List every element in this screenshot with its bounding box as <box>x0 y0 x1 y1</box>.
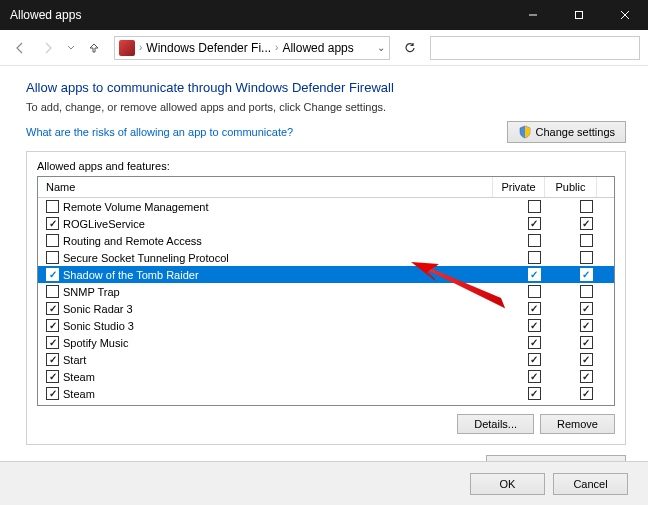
enable-checkbox[interactable] <box>46 234 59 247</box>
nav-toolbar: › Windows Defender Fi... › Allowed apps … <box>0 30 648 66</box>
private-cell <box>510 370 562 383</box>
app-name: Routing and Remote Access <box>63 235 510 247</box>
public-checkbox[interactable] <box>580 387 593 400</box>
breadcrumb-segment[interactable]: Windows Defender Fi... <box>146 41 271 55</box>
private-cell <box>510 302 562 315</box>
private-cell <box>510 336 562 349</box>
enable-checkbox[interactable] <box>46 370 59 383</box>
list-body[interactable]: Remote Volume ManagementROGLiveServiceRo… <box>38 198 614 402</box>
private-checkbox[interactable] <box>528 336 541 349</box>
details-button[interactable]: Details... <box>457 414 534 434</box>
dialog-button-bar: OK Cancel <box>0 461 648 505</box>
enable-checkbox[interactable] <box>46 268 59 281</box>
private-cell <box>510 387 562 400</box>
app-name: Shadow of the Tomb Raider <box>63 269 510 281</box>
private-checkbox[interactable] <box>528 353 541 366</box>
column-private[interactable]: Private <box>493 177 545 197</box>
refresh-button[interactable] <box>398 36 422 60</box>
table-row[interactable]: Shadow of the Tomb Raider <box>38 266 614 283</box>
public-checkbox[interactable] <box>580 336 593 349</box>
private-cell <box>510 234 562 247</box>
breadcrumb-dropdown-icon[interactable]: ⌄ <box>377 42 385 53</box>
column-name[interactable]: Name <box>38 177 493 197</box>
up-button[interactable] <box>82 36 106 60</box>
app-name: Steam <box>63 371 510 383</box>
table-row[interactable]: Steam <box>38 385 614 402</box>
public-checkbox[interactable] <box>580 268 593 281</box>
table-row[interactable]: Sonic Radar 3 <box>38 300 614 317</box>
public-cell <box>562 387 614 400</box>
chevron-right-icon: › <box>139 42 142 53</box>
minimize-button[interactable] <box>510 0 556 30</box>
private-checkbox[interactable] <box>528 370 541 383</box>
private-cell <box>510 217 562 230</box>
public-checkbox[interactable] <box>580 285 593 298</box>
private-checkbox[interactable] <box>528 234 541 247</box>
app-name: Remote Volume Management <box>63 201 510 213</box>
private-checkbox[interactable] <box>528 302 541 315</box>
risk-link[interactable]: What are the risks of allowing an app to… <box>26 126 293 138</box>
public-checkbox[interactable] <box>580 251 593 264</box>
public-checkbox[interactable] <box>580 319 593 332</box>
cancel-button[interactable]: Cancel <box>553 473 628 495</box>
change-settings-button[interactable]: Change settings <box>507 121 627 143</box>
private-checkbox[interactable] <box>528 285 541 298</box>
forward-button[interactable] <box>36 36 60 60</box>
public-checkbox[interactable] <box>580 217 593 230</box>
enable-checkbox[interactable] <box>46 387 59 400</box>
table-row[interactable]: Steam <box>38 368 614 385</box>
private-checkbox[interactable] <box>528 319 541 332</box>
private-checkbox[interactable] <box>528 387 541 400</box>
enable-checkbox[interactable] <box>46 353 59 366</box>
maximize-button[interactable] <box>556 0 602 30</box>
search-input[interactable] <box>430 36 640 60</box>
ok-button[interactable]: OK <box>470 473 545 495</box>
enable-checkbox[interactable] <box>46 251 59 264</box>
recent-dropdown[interactable] <box>64 36 78 60</box>
breadcrumb-segment[interactable]: Allowed apps <box>282 41 353 55</box>
table-row[interactable]: ROGLiveService <box>38 215 614 232</box>
enable-checkbox[interactable] <box>46 217 59 230</box>
breadcrumb[interactable]: › Windows Defender Fi... › Allowed apps … <box>114 36 390 60</box>
private-checkbox[interactable] <box>528 217 541 230</box>
shield-icon <box>518 125 532 139</box>
close-button[interactable] <box>602 0 648 30</box>
enable-checkbox[interactable] <box>46 200 59 213</box>
table-row[interactable]: Sonic Studio 3 <box>38 317 614 334</box>
public-cell <box>562 302 614 315</box>
public-checkbox[interactable] <box>580 370 593 383</box>
app-name: Secure Socket Tunneling Protocol <box>63 252 510 264</box>
table-row[interactable]: SNMP Trap <box>38 283 614 300</box>
public-cell <box>562 251 614 264</box>
svg-rect-1 <box>576 12 583 19</box>
enable-checkbox[interactable] <box>46 285 59 298</box>
app-name: SNMP Trap <box>63 286 510 298</box>
enable-checkbox[interactable] <box>46 336 59 349</box>
table-row[interactable]: Remote Volume Management <box>38 198 614 215</box>
titlebar: Allowed apps <box>0 0 648 30</box>
private-checkbox[interactable] <box>528 251 541 264</box>
remove-button[interactable]: Remove <box>540 414 615 434</box>
private-cell <box>510 285 562 298</box>
private-checkbox[interactable] <box>528 200 541 213</box>
public-checkbox[interactable] <box>580 200 593 213</box>
private-checkbox[interactable] <box>528 268 541 281</box>
allowed-apps-panel: Allowed apps and features: Name Private … <box>26 151 626 445</box>
table-row[interactable]: Start <box>38 351 614 368</box>
public-checkbox[interactable] <box>580 234 593 247</box>
public-cell <box>562 268 614 281</box>
content-area: Allow apps to communicate through Window… <box>0 66 648 485</box>
app-name: Sonic Studio 3 <box>63 320 510 332</box>
column-public[interactable]: Public <box>545 177 597 197</box>
app-name: Steam <box>63 388 510 400</box>
public-checkbox[interactable] <box>580 353 593 366</box>
public-checkbox[interactable] <box>580 302 593 315</box>
back-button[interactable] <box>8 36 32 60</box>
enable-checkbox[interactable] <box>46 302 59 315</box>
table-row[interactable]: Secure Socket Tunneling Protocol <box>38 249 614 266</box>
enable-checkbox[interactable] <box>46 319 59 332</box>
apps-listbox[interactable]: Name Private Public Remote Volume Manage… <box>37 176 615 406</box>
chevron-right-icon: › <box>275 42 278 53</box>
table-row[interactable]: Routing and Remote Access <box>38 232 614 249</box>
table-row[interactable]: Spotify Music <box>38 334 614 351</box>
